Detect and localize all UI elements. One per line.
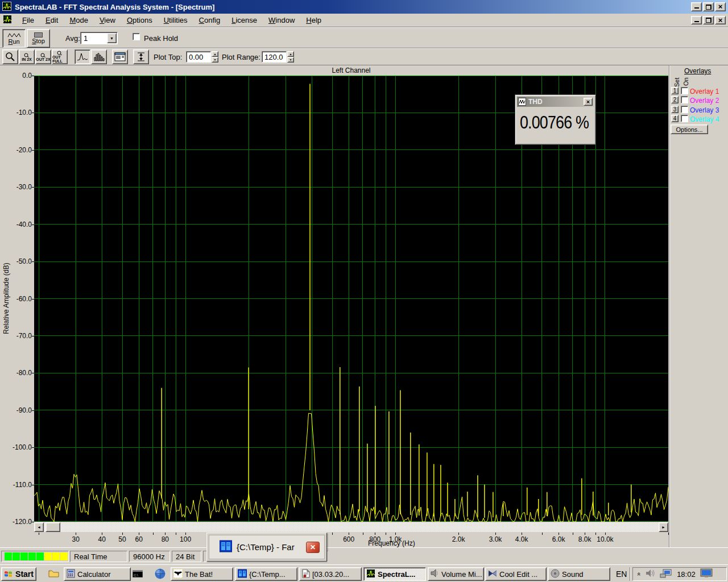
tray-clock[interactable]: 18:02 [677,570,696,579]
zoom-in-2x-button[interactable]: IN 2X [19,49,35,64]
thd-window[interactable]: THD × 0.00766 % [515,94,596,145]
restore-button[interactable] [703,2,714,11]
y-axis-tick [32,76,34,76]
x-axis-tick [458,533,459,535]
overlays-options-button[interactable]: Options... [671,124,708,134]
peak-hold-checkbox[interactable] [133,33,140,40]
menu-edit[interactable]: Edit [40,15,64,26]
amplitude-range-button[interactable] [133,49,149,64]
avg-label: Avg: [65,34,80,43]
overlay-on-checkbox-3[interactable] [681,106,688,113]
taskbar-button-label: The Bat! [185,570,213,579]
menu-view[interactable]: View [94,15,121,26]
run-button[interactable]: Run [2,29,26,48]
menu-file[interactable]: File [16,15,40,26]
plot-top-label: Plot Top: [154,53,182,61]
spin-down-icon[interactable]: ▼ [287,57,294,63]
mdi-minimize-button[interactable] [691,16,702,24]
line-plot-button[interactable] [75,49,90,64]
scroll-left-icon[interactable]: ◄ [34,522,44,532]
bar-plot-button[interactable] [91,49,107,64]
y-axis-tick-label: -10.0 [2,109,32,117]
meter-block [52,552,60,560]
menu-mode[interactable]: Mode [64,15,94,26]
overlay-on-checkbox-2[interactable] [681,96,688,103]
tray-chevron-icon[interactable]: « [636,572,643,576]
data-list-button[interactable] [112,49,128,64]
menu-window[interactable]: Window [263,15,300,26]
bat-icon [173,569,183,580]
menu-config[interactable]: Config [193,15,226,26]
window-title: SpectraLAB - FFT Spectral Analysis Syste… [15,3,214,11]
taskbar-button-c-temp[interactable]: {C:\Temp... [235,567,297,581]
stop-button[interactable]: Stop [27,29,50,48]
overlay-on-checkbox-1[interactable] [681,87,688,94]
taskbar-button-calculator[interactable]: Calculator [64,567,131,581]
start-button[interactable]: Start [1,567,36,581]
close-button[interactable]: × [715,2,726,11]
taskbar-button-the-bat[interactable]: The Bat! [171,567,233,581]
preview-close-icon[interactable]: ✕ [306,542,320,553]
plot-top-input[interactable]: 0.00 [186,51,211,63]
mdi-restore-button[interactable] [703,16,714,24]
spectrum-window-icon[interactable] [3,15,12,26]
taskbar-button-sound[interactable]: Sound [548,567,610,581]
overlay-set-button-1[interactable]: 1 [671,87,679,94]
taskbar: Start C:\ CalculatorThe Bat!{C:\Temp...[… [0,564,728,582]
meter-block [36,552,44,560]
desktop-folder-icon[interactable] [48,569,59,580]
plot-top-stepper[interactable]: ▲▼ [212,51,218,63]
taskbar-button-03-03-20[interactable]: [03.03.20... [299,567,362,581]
volume-tray-icon[interactable] [646,569,655,579]
plot-range-input[interactable]: 120.0 [262,51,287,63]
menu-help[interactable]: Help [300,15,327,26]
x-axis-tick [102,533,102,535]
magnifier-icon [57,51,63,55]
taskbar-button-volume-mi[interactable]: Volume Mi... [428,567,484,581]
taskbar-button-label: Calculator [77,570,111,579]
overlay-set-button-4[interactable]: 4 [671,115,679,122]
menu-license[interactable]: License [226,15,263,26]
y-axis-tick [32,261,34,262]
scroll-right-icon[interactable]: ► [659,522,668,532]
thd-titlebar[interactable]: THD × [517,97,594,107]
x-axis-tick-label: 2.0k [452,535,465,543]
spin-down-icon[interactable]: ▼ [212,57,218,63]
overlay-set-button-3[interactable]: 3 [671,106,679,113]
display-tray-icon[interactable] [700,568,713,580]
x-axis-tick [559,533,559,535]
network-tray-icon[interactable] [660,569,672,580]
app-icon [2,2,11,13]
mdi-close-button[interactable]: × [715,16,726,24]
taskbar-button-label: Sound [562,570,584,579]
zoom-out-full-button[interactable]: OUT FULL [52,49,68,64]
spin-up-icon[interactable]: ▲ [212,51,218,57]
plot-horizontal-scrollbar[interactable]: ◄ ► [34,522,668,532]
overlay-set-button-2[interactable]: 2 [671,96,679,103]
zoom-out-2x-button[interactable]: OUT 2X [35,49,51,64]
zoom-tool-button[interactable] [2,49,18,64]
scrollbar-thumb[interactable] [46,522,60,532]
y-axis-tick [32,485,34,485]
globe-icon[interactable] [155,568,166,581]
y-axis-tick [32,150,34,151]
avg-select[interactable]: 1 ▼ [80,32,118,44]
waveform-icon [518,98,526,106]
peak-hold-label: Peak Hold [144,34,178,43]
minimize-button[interactable] [691,2,702,11]
language-indicator[interactable]: EN [616,569,627,579]
taskbar-button-spectral[interactable]: SpectraL... [363,567,426,581]
taskbar-button-label: Cool Edit ... [499,570,537,579]
console-icon[interactable]: C:\ [133,570,143,579]
plot-range-stepper[interactable]: ▲▼ [287,51,294,63]
menu-utilities[interactable]: Utilities [158,15,193,26]
y-axis-tick-label: -30.0 [2,183,32,191]
taskbar-button-cool-edit[interactable]: Cool Edit ... [485,567,547,581]
menu-options[interactable]: Options [121,15,158,26]
overlay-on-checkbox-4[interactable] [681,115,688,122]
thd-close-icon[interactable]: × [584,98,593,106]
spin-up-icon[interactable]: ▲ [287,51,294,57]
tray-divider [630,567,631,581]
chevron-down-icon[interactable]: ▼ [107,33,117,43]
taskbar-preview-popup: {C:\Temp} - Far ✕ [206,533,327,562]
